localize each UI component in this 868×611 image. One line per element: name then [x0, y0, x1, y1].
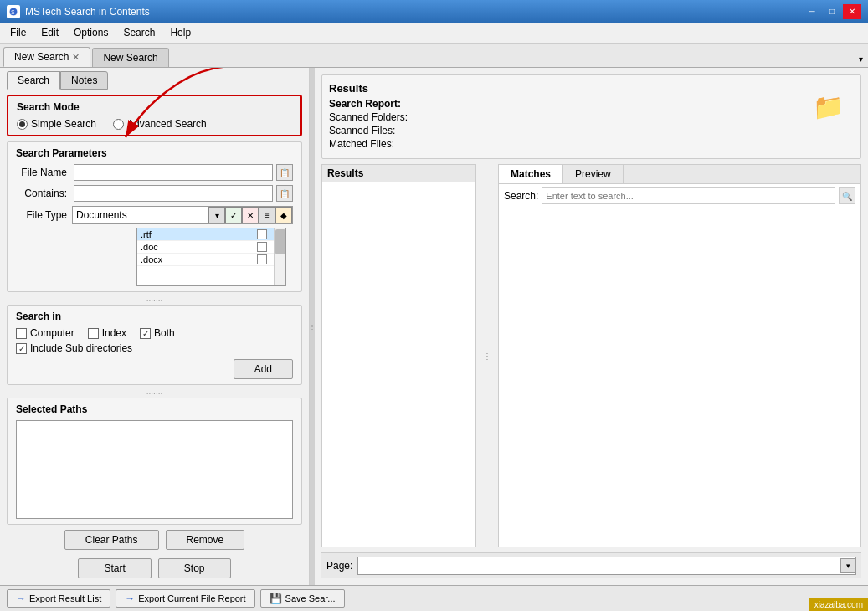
- contains-input[interactable]: [74, 185, 273, 202]
- tab-new-search-2[interactable]: New Search: [92, 48, 168, 67]
- matches-preview-panel: Matches Preview Search: 🔍: [498, 164, 861, 547]
- menu-edit[interactable]: Edit: [34, 24, 65, 41]
- file-item-rtf-checkbox[interactable]: [257, 229, 267, 239]
- minimize-button[interactable]: ─: [803, 4, 821, 19]
- export-result-list-button[interactable]: → Export Result List: [7, 589, 110, 608]
- file-item-docx-label: .docx: [141, 254, 257, 264]
- folder-icon: 📁: [813, 92, 844, 121]
- advanced-search-option[interactable]: Advanced Search: [113, 118, 207, 130]
- filename-row: File Name 📋: [16, 164, 293, 181]
- index-option[interactable]: Index: [88, 327, 126, 339]
- tab-dropdown[interactable]: ▾: [854, 51, 868, 67]
- clear-paths-button[interactable]: Clear Paths: [64, 530, 159, 550]
- file-list-scroll-thumb[interactable]: [275, 229, 285, 254]
- export-file-label: Export Current File Report: [138, 593, 245, 603]
- matches-search-row: Search: 🔍: [499, 184, 860, 208]
- file-item-docx[interactable]: .docx: [137, 254, 274, 266]
- tab-matches[interactable]: Matches: [499, 165, 563, 183]
- computer-checkbox[interactable]: [16, 328, 27, 339]
- menu-file[interactable]: File: [3, 24, 33, 41]
- scanned-folders-label: Scanned Folders:: [329, 111, 408, 123]
- page-label: Page:: [326, 560, 352, 572]
- main-layout: Search Notes Search Mode Simple Search A…: [0, 68, 868, 585]
- filetype-extra-btn[interactable]: ◆: [275, 207, 292, 223]
- selected-paths-title: Selected Paths: [16, 403, 293, 415]
- filetype-row: File Type Documents ▾ ✓ ✕ ≡ ◆: [16, 206, 293, 224]
- save-search-button[interactable]: 💾 Save Sear...: [260, 589, 345, 608]
- search-report-row: Search Report:: [329, 98, 854, 110]
- results-title: Results: [329, 82, 854, 95]
- export-file-report-button[interactable]: → Export Current File Report: [116, 589, 254, 608]
- file-item-doc[interactable]: .doc: [137, 241, 274, 254]
- maximize-button[interactable]: □: [823, 4, 841, 19]
- contains-label: Contains:: [16, 187, 70, 199]
- subdirectories-checkbox[interactable]: [16, 343, 27, 354]
- advanced-search-radio[interactable]: [113, 119, 124, 130]
- file-item-rtf-label: .rtf: [141, 229, 257, 239]
- matched-files-row: Matched Files:: [329, 138, 854, 150]
- file-item-rtf[interactable]: .rtf: [137, 228, 274, 241]
- start-button[interactable]: Start: [78, 558, 151, 578]
- menu-options[interactable]: Options: [67, 24, 115, 41]
- contains-row: Contains: 📋: [16, 185, 293, 202]
- results-list-body: [322, 182, 475, 547]
- scanned-folders-row: Scanned Folders:: [329, 111, 854, 123]
- search-in-title: Search in: [16, 311, 293, 322]
- add-button[interactable]: Add: [234, 359, 293, 379]
- tab-label-2: New Search: [103, 52, 157, 64]
- subdirectories-label: Include Sub directories: [30, 342, 132, 354]
- menu-search[interactable]: Search: [116, 24, 162, 41]
- tab-preview[interactable]: Preview: [563, 165, 624, 183]
- filetype-select[interactable]: Documents ▾ ✓ ✕ ≡ ◆: [72, 206, 293, 224]
- remove-button[interactable]: Remove: [166, 530, 245, 550]
- filename-label: File Name: [16, 167, 70, 178]
- computer-option[interactable]: Computer: [16, 327, 74, 339]
- paths-list: [16, 420, 293, 519]
- search-report-label: Search Report:: [329, 98, 401, 110]
- filetype-list-btn[interactable]: ≡: [259, 207, 275, 223]
- close-button[interactable]: ✕: [843, 4, 861, 19]
- file-list-scrollbar[interactable]: [274, 228, 285, 285]
- advanced-search-label: Advanced Search: [127, 118, 207, 130]
- filetype-add-btn[interactable]: ✓: [225, 207, 242, 223]
- tab-new-search-1[interactable]: New Search ✕: [3, 47, 90, 67]
- index-checkbox[interactable]: [88, 328, 99, 339]
- filetype-dropdown-btn[interactable]: ▾: [208, 207, 225, 223]
- search-mode-options: Simple Search Advanced Search: [17, 118, 292, 130]
- sub-tab-notes[interactable]: Notes: [60, 71, 108, 90]
- menu-help[interactable]: Help: [163, 24, 198, 41]
- file-item-docx-checkbox[interactable]: [257, 254, 267, 264]
- page-dropdown-btn[interactable]: ▾: [840, 558, 855, 573]
- page-row: Page: ▾: [321, 552, 861, 578]
- stop-button[interactable]: Stop: [158, 558, 231, 578]
- search-in-section: Search in Computer Index Both: [7, 305, 302, 385]
- search-mode-title: Search Mode: [17, 101, 292, 113]
- both-option[interactable]: Both: [140, 327, 175, 339]
- file-item-doc-checkbox[interactable]: [257, 242, 267, 252]
- search-mode-section: Search Mode Simple Search Advanced Searc…: [7, 95, 302, 136]
- tab-bar: New Search ✕ New Search ▾: [0, 44, 868, 68]
- both-checkbox[interactable]: [140, 328, 151, 339]
- save-search-icon: 💾: [270, 593, 282, 604]
- left-panel: Search Notes Search Mode Simple Search A…: [0, 68, 310, 585]
- matches-tabs: Matches Preview: [499, 165, 860, 184]
- filename-browse-button[interactable]: 📋: [276, 164, 293, 181]
- export-result-label: Export Result List: [29, 593, 101, 603]
- sub-tab-bar: Search Notes: [0, 68, 309, 90]
- watermark: xiazaiba.com: [809, 598, 868, 611]
- page-select[interactable]: ▾: [357, 557, 856, 575]
- matches-search-input[interactable]: [542, 187, 835, 204]
- filetype-label: File Type: [16, 209, 70, 221]
- simple-search-option[interactable]: Simple Search: [17, 118, 96, 130]
- divider-1: .......: [0, 292, 309, 305]
- scanned-files-label: Scanned Files:: [329, 125, 395, 136]
- filename-input[interactable]: [74, 164, 273, 181]
- matches-search-button[interactable]: 🔍: [839, 187, 855, 204]
- filetype-remove-btn[interactable]: ✕: [242, 207, 259, 223]
- tab-close-1[interactable]: ✕: [72, 52, 80, 63]
- subdirectories-option[interactable]: Include Sub directories: [16, 342, 293, 354]
- sub-tab-search[interactable]: Search: [7, 71, 60, 90]
- results-splitter[interactable]: ⋮: [481, 164, 493, 547]
- simple-search-radio[interactable]: [17, 119, 28, 130]
- contains-browse-button[interactable]: 📋: [276, 185, 293, 202]
